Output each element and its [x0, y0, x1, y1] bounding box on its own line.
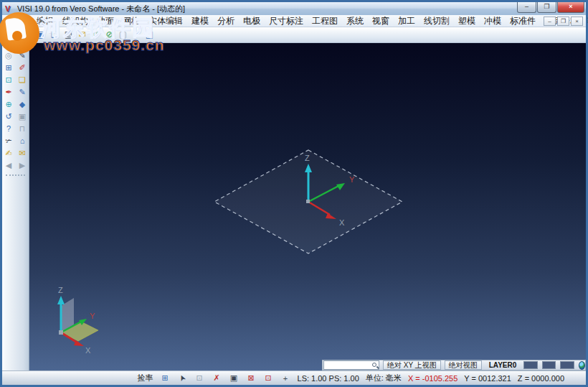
delete-icon[interactable]: ✗ [212, 373, 222, 383]
coordinate-y: Y = 0012.321 [464, 374, 511, 383]
mdi-minimize-button[interactable]: – [544, 17, 556, 26]
sheet-icon[interactable]: ▢ [117, 29, 129, 41]
color-swatch-2[interactable] [542, 361, 556, 369]
zoom-previous-icon[interactable]: ◎ [3, 50, 14, 61]
cursor-icon[interactable]: ➤ [176, 371, 189, 385]
menu-file[interactable]: 文件 [6, 15, 32, 27]
center-x-label: X [339, 218, 345, 227]
coordinate-z: Z = 0000.000 [518, 374, 564, 383]
new-file-icon[interactable]: ❏ [8, 29, 20, 41]
back-icon[interactable]: ◀ [3, 159, 14, 171]
menu-wireframe[interactable]: 线架构 [58, 15, 93, 27]
selection-filter-icon[interactable]: ⊡ [194, 373, 205, 383]
ucs-y-label: Y [90, 312, 95, 320]
eraser-icon[interactable]: ✃ [3, 135, 14, 146]
face-icon[interactable]: ◆ [16, 98, 28, 110]
globe-icon[interactable]: ⊕ [3, 98, 14, 110]
menu-analysis[interactable]: 分析 [213, 15, 239, 27]
main-toolbar: ❏ ❐ ▣ ❑ ▤ ✉ ↺ ⊘ ▢ ▣ [2, 27, 586, 43]
add-icon[interactable]: + [280, 374, 291, 383]
save-icon[interactable]: ▣ [35, 29, 47, 41]
box-select-icon[interactable]: ▣ [229, 373, 240, 383]
mdi-restore-button[interactable]: ❐ [557, 17, 569, 26]
menu-electrode[interactable]: 电极 [239, 15, 265, 27]
view-status-row: 绝对 XY 上视图 绝对视图 LAYER0 [322, 360, 586, 370]
app-logo-icon: V [5, 4, 14, 14]
forward-icon[interactable]: ▶ [16, 159, 28, 171]
menu-shoe-mould[interactable]: 鞋模 [583, 15, 588, 27]
box-delete-icon[interactable]: ⊠ [246, 373, 257, 383]
compass-icon[interactable]: ⊘ [103, 29, 115, 41]
print-icon[interactable]: ▤ [62, 29, 75, 41]
coordinate-x: X = -0105.255 [408, 374, 457, 383]
annotate-icon[interactable]: ✍ [3, 147, 14, 159]
menu-modeling[interactable]: 建模 [187, 15, 213, 27]
surface-edit-icon[interactable]: ❏ [16, 74, 28, 85]
status-bar: 捡率 ⊞ ➤ ⊡ ✗ ▣ ⊠ ⊡ + LS: 1.00 PS: 1.00 单位:… [2, 370, 586, 385]
view-toolbar: ◎ ✎ ⊞ ✐ ⊡ ❏ ✒ ✎ ⊕ ◆ ↺ ▣ ? ⊓ ✃ ⌂ ✍ ✉ ◀ ▶ [2, 43, 29, 370]
ucs-x-label: X [85, 346, 91, 355]
menu-surface[interactable]: 曲面 [93, 15, 118, 27]
paint-icon[interactable]: ✒ [3, 86, 14, 98]
menu-edit[interactable]: 编辑 [32, 15, 58, 27]
active-layer-label[interactable]: LAYER0 [486, 361, 520, 369]
ucs-axis-triad: Z Y X [57, 286, 98, 355]
menu-system[interactable]: 系统 [342, 15, 368, 27]
toolbar-divider [6, 174, 25, 176]
maximize-button[interactable]: ❐ [537, 2, 556, 13]
red-pencil-icon[interactable]: ✐ [16, 62, 28, 73]
refresh-icon[interactable]: ↺ [90, 29, 102, 41]
menu-machining[interactable]: 加工 [394, 15, 419, 27]
center-z-label: Z [305, 154, 310, 162]
menu-wire-edm[interactable]: 线切割 [419, 15, 454, 27]
menu-mesh[interactable]: 网格 [118, 15, 144, 27]
measure-icon[interactable]: ⊓ [16, 123, 28, 134]
highlight-box-icon[interactable]: ⊡ [263, 373, 274, 383]
title-bar[interactable]: V VISI 19.0 from Vero Software - 未命名 - [… [2, 2, 586, 15]
unit-readout: 单位: 毫米 [366, 373, 402, 383]
toolbar-gripper[interactable] [6, 45, 24, 47]
curve-edit-icon[interactable]: ✎ [16, 86, 28, 98]
scale-readout: LS: 1.00 PS: 1.00 [298, 374, 359, 383]
menu-drawing[interactable]: 工程图 [308, 15, 342, 27]
minimize-button[interactable]: – [517, 2, 536, 13]
open-icon[interactable]: ❐ [22, 29, 34, 41]
window-title: VISI 19.0 from Vero Software - 未命名 - [动态… [17, 4, 185, 14]
menu-window[interactable]: 视窗 [368, 15, 394, 27]
menu-standard-parts[interactable]: 标准件 [506, 15, 540, 27]
search-icon [372, 363, 376, 367]
zoom-window-icon[interactable]: ⊡ [3, 74, 14, 85]
ucs-z-label: Z [58, 286, 63, 294]
fit-view-icon[interactable]: ⊞ [3, 62, 14, 73]
absolute-view-button[interactable]: 绝对视图 [445, 360, 482, 370]
grid-snap-icon[interactable]: ⊞ [160, 373, 171, 383]
color-swatch-1[interactable] [523, 361, 537, 369]
mail-icon[interactable]: ✉ [76, 29, 88, 41]
viewport-3d[interactable]: Z Y X Z Y X [29, 43, 586, 370]
help-icon[interactable]: ? [3, 123, 14, 134]
app-window: V VISI 19.0 from Vero Software - 未命名 - [… [0, 0, 588, 387]
menu-dimension[interactable]: 尺寸标注 [265, 15, 308, 27]
window-icon[interactable]: ▣ [143, 29, 156, 41]
workplane-view-button[interactable]: 绝对 XY 上视图 [383, 360, 441, 370]
search-input[interactable] [324, 361, 379, 369]
menu-mould[interactable]: 塑模 [454, 15, 480, 27]
snap-label: 捡率 [138, 373, 153, 383]
close-button[interactable]: × [557, 2, 584, 13]
mail2-icon[interactable]: ✉ [16, 147, 28, 159]
sketch-pencil-icon[interactable]: ✎ [16, 50, 28, 61]
save-all-icon[interactable]: ❑ [49, 29, 61, 41]
menu-bar: 文件 编辑 线架构 曲面 网格 实体编辑 建模 分析 电极 尺寸标注 工程图 系… [2, 15, 586, 27]
center-y-label: Y [349, 175, 355, 184]
viewport-canvas: Z Y X Z Y X [29, 43, 586, 370]
color-swatch-3[interactable] [560, 361, 574, 369]
mdi-close-button[interactable]: × [571, 17, 583, 26]
search-box[interactable] [323, 360, 379, 370]
iso-view-icon[interactable]: ▣ [16, 111, 28, 122]
menu-progress[interactable]: 冲模 [480, 15, 506, 27]
rotate-view-icon[interactable]: ↺ [3, 111, 14, 122]
menu-solid-edit[interactable]: 实体编辑 [144, 15, 187, 27]
home-view-icon[interactable]: ⌂ [16, 135, 28, 146]
globe-icon[interactable] [579, 361, 585, 370]
